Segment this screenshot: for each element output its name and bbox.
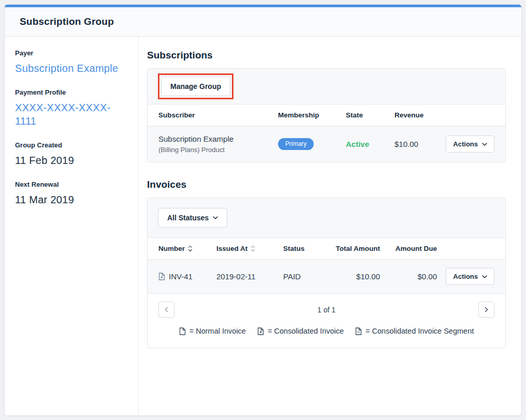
invoices-table-header: Number Issued At Status Total Amount Amo…	[148, 238, 505, 260]
consolidated-invoice-icon	[257, 327, 264, 335]
column-revenue: Revenue	[394, 111, 437, 119]
status-filter-label: All Statuses	[167, 214, 209, 221]
chevron-down-icon	[482, 143, 487, 146]
invoice-issued-at: 2019-02-11	[216, 272, 283, 281]
invoice-amount-due: $0.00	[380, 272, 437, 281]
invoices-heading: Invoices	[147, 179, 506, 190]
chevron-down-icon	[213, 216, 218, 219]
legend-normal-invoice-label: = Normal Invoice	[189, 327, 246, 335]
subscriber-product: (Billing Plans) Product	[158, 146, 278, 154]
legend-consolidated-invoice-segment-label: = Consolidated Invoice Segment	[366, 327, 474, 335]
subscriber-cell: Subscription Example (Billing Plans) Pro…	[158, 134, 278, 154]
next-renewal-value: 11 Mar 2019	[15, 193, 128, 206]
column-issued-at-label: Issued At	[216, 245, 247, 252]
consolidated-invoice-segment-icon	[355, 327, 362, 335]
sort-arrows-icon	[251, 245, 255, 252]
subscription-actions-cell: Actions	[446, 136, 494, 153]
column-total-amount: Total Amount	[331, 245, 380, 252]
manage-group-button[interactable]: Manage Group	[161, 77, 230, 96]
page-background: Subscription Group Payer Subscription Ex…	[0, 0, 526, 420]
invoice-type-legend: = Normal Invoice = Consolidated Invoice …	[148, 324, 505, 348]
panel-body: Payer Subscription Example Payment Profi…	[5, 37, 521, 415]
invoice-table-row: INV-41 2019-02-11 PAID $10.00 $0.00 Acti…	[148, 260, 505, 294]
invoices-pagination: 1 of 1	[148, 294, 505, 324]
invoice-status: PAID	[283, 272, 331, 281]
subscriptions-heading: Subscriptions	[147, 50, 506, 61]
column-number-label: Number	[158, 245, 185, 252]
invoice-actions-button[interactable]: Actions	[446, 268, 494, 285]
subscriptions-card: Manage Group Subscriber Membership State…	[147, 68, 506, 162]
invoices-card: All Statuses Number Issued At	[147, 198, 506, 348]
chevron-down-icon	[482, 275, 487, 278]
sort-arrows-icon	[188, 245, 193, 252]
subscription-actions-button[interactable]: Actions	[446, 136, 494, 153]
subscription-actions-label: Actions	[453, 141, 478, 147]
membership-cell: Primary	[278, 138, 346, 150]
column-amount-due: Amount Due	[380, 245, 437, 252]
previous-page-button[interactable]	[158, 302, 174, 318]
state-badge: Active	[346, 140, 394, 148]
invoice-actions-cell: Actions	[446, 268, 494, 285]
status-filter-dropdown[interactable]: All Statuses	[158, 208, 227, 228]
normal-invoice-icon	[179, 327, 186, 335]
subscriptions-toolbar: Manage Group	[148, 69, 505, 104]
invoice-actions-label: Actions	[453, 273, 478, 280]
group-created-label: Group Created	[15, 141, 128, 149]
payer-field: Payer Subscription Example	[15, 49, 128, 75]
invoices-toolbar: All Statuses	[148, 198, 505, 238]
subscription-table-row: Subscription Example (Billing Plans) Pro…	[148, 126, 505, 162]
subscriptions-table-header: Subscriber Membership State Revenue	[148, 104, 505, 126]
column-number-sortable[interactable]: Number	[158, 245, 216, 252]
page-indicator: 1 of 1	[174, 306, 478, 314]
group-created-value: 11 Feb 2019	[15, 154, 128, 167]
column-status: Status	[283, 245, 331, 252]
revenue-value: $10.00	[394, 140, 437, 148]
legend-consolidated-invoice: = Consolidated Invoice	[257, 327, 344, 335]
payer-label: Payer	[15, 49, 128, 57]
column-subscriber: Subscriber	[158, 111, 278, 119]
subscription-group-panel: Subscription Group Payer Subscription Ex…	[4, 4, 522, 416]
next-page-button[interactable]	[478, 302, 494, 318]
legend-consolidated-invoice-label: = Consolidated Invoice	[268, 327, 344, 335]
payer-link[interactable]: Subscription Example	[15, 62, 128, 75]
column-issued-at-sortable[interactable]: Issued At	[216, 245, 283, 252]
invoice-number-link[interactable]: INV-41	[158, 272, 216, 281]
consolidated-invoice-segment-icon	[158, 273, 165, 280]
column-state: State	[346, 111, 394, 119]
primary-membership-badge: Primary	[278, 138, 314, 150]
payment-profile-label: Payment Profile	[15, 88, 128, 96]
next-renewal-field: Next Renewal 11 Mar 2019	[15, 181, 128, 206]
manage-group-label: Manage Group	[170, 83, 221, 90]
column-membership: Membership	[278, 111, 346, 119]
legend-consolidated-invoice-segment: = Consolidated Invoice Segment	[355, 327, 474, 335]
page-title: Subscription Group	[20, 16, 114, 27]
invoice-total-amount: $10.00	[331, 272, 380, 281]
invoice-number-text: INV-41	[169, 272, 193, 281]
annotation-highlight-box: Manage Group	[158, 73, 233, 99]
subscriber-name[interactable]: Subscription Example	[158, 134, 278, 143]
sidebar: Payer Subscription Example Payment Profi…	[5, 37, 139, 415]
legend-normal-invoice: = Normal Invoice	[179, 327, 246, 335]
payment-profile-field: Payment Profile XXXX-XXXX-XXXX-1111	[15, 88, 128, 128]
group-created-field: Group Created 11 Feb 2019	[15, 141, 128, 167]
payment-profile-value[interactable]: XXXX-XXXX-XXXX-1111	[15, 101, 128, 128]
chevron-left-icon	[165, 307, 168, 312]
next-renewal-label: Next Renewal	[15, 181, 128, 188]
chevron-right-icon	[485, 307, 488, 312]
panel-header: Subscription Group	[5, 7, 521, 37]
main-content: Subscriptions Manage Group Subscriber Me…	[139, 37, 521, 415]
